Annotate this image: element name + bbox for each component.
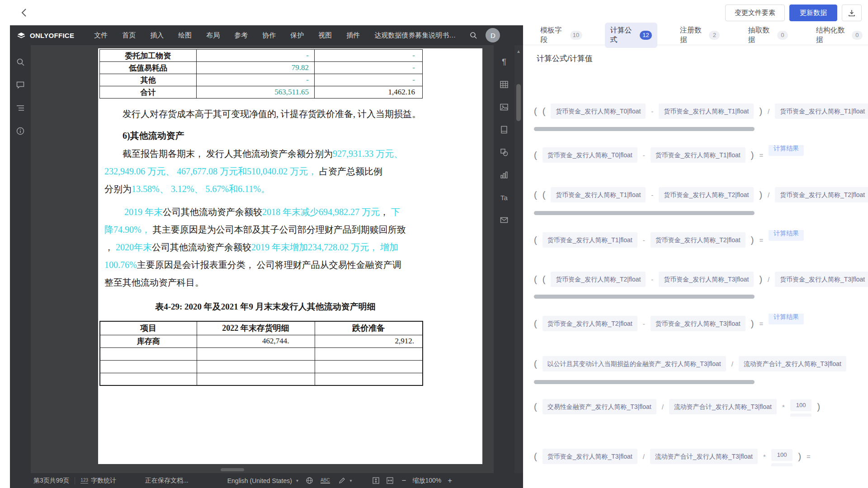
brand: ONLYOFFICE <box>16 30 74 40</box>
comments-icon[interactable] <box>15 80 25 90</box>
menu-item[interactable]: 文件 <box>87 25 115 45</box>
field-chip[interactable]: 货币资金_发行人简称_T1|float <box>775 103 868 119</box>
field-chip[interactable]: 货币资金_发行人简称_T2|float <box>542 316 637 331</box>
formula-horizontal-scrollbar[interactable] <box>534 127 755 131</box>
field-chip[interactable]: 货币资金_发行人简称_T3|float <box>659 272 754 287</box>
field-chip[interactable]: 货币资金_发行人简称_T2|float <box>551 272 646 287</box>
paren-token: ( <box>534 150 537 160</box>
find-icon[interactable] <box>15 57 25 67</box>
fit-page-button[interactable] <box>372 477 380 484</box>
heading-other-current-assets: 6)其他流动资产 <box>104 127 431 145</box>
value-chip[interactable]: 100 <box>790 399 812 411</box>
word-count-icon: 123 <box>80 478 88 483</box>
menu-item[interactable]: 参考 <box>227 25 255 45</box>
textart-settings-icon[interactable]: Ta <box>499 192 509 202</box>
value-chip[interactable]: 100 <box>771 449 793 461</box>
field-chip[interactable]: 流动资产合计_发行人简称_T3|float <box>669 399 777 414</box>
header-footer-settings-icon[interactable] <box>499 125 509 135</box>
shape-settings-icon[interactable] <box>499 147 509 157</box>
update-data-button[interactable]: 更新数据 <box>789 5 837 21</box>
mail-merge-icon[interactable] <box>499 215 509 225</box>
document-page[interactable]: 委托加工物资--低值易耗品79.82-其他--合计563,511.651,462… <box>98 48 482 464</box>
menu-item[interactable]: 协作 <box>255 25 283 45</box>
user-avatar[interactable]: D <box>486 28 500 42</box>
field-chip[interactable]: 货币资金_发行人简称_T1|float <box>659 103 754 119</box>
formula-row: (货币资金_发行人简称_T3|float/流动资产合计_发行人简称_T3|flo… <box>534 446 868 466</box>
field-chip[interactable]: 货币资金_发行人简称_T2|float <box>775 187 868 202</box>
tab-模板字段[interactable]: 模板字段10 <box>535 23 588 48</box>
field-chip[interactable]: 以公计且其变动计入当期损益的金融资产_发行人简称_T3|float <box>542 356 726 371</box>
chart-settings-icon[interactable] <box>499 170 509 180</box>
table-settings-icon[interactable] <box>499 80 509 89</box>
paren-token: ) <box>759 106 762 117</box>
field-chip[interactable]: 货币资金_发行人简称_T0|float <box>542 147 637 163</box>
language-selector[interactable]: English (United States)▾ <box>227 477 298 484</box>
text-line: ， 2020年末公司其他流动资产余额较2019 年末增加234,728.02 万… <box>104 239 431 256</box>
operator-token: / <box>768 108 769 115</box>
vertical-scrollbar[interactable]: ▲ <box>514 45 523 473</box>
field-chip[interactable]: 货币资金_发行人简称_T3|float <box>775 272 868 287</box>
field-chip[interactable]: 货币资金_发行人简称_T2|float <box>651 232 745 248</box>
tab-结构化数据[interactable]: 结构化数据0 <box>811 23 868 48</box>
result-chip[interactable]: 计算结果 <box>769 230 804 241</box>
field-chip[interactable]: 交易性金融资产_发行人简称_T3|float <box>542 399 656 414</box>
menu-item[interactable]: 绘图 <box>171 25 199 45</box>
result-chip[interactable]: 计算结果 <box>769 314 804 324</box>
menu-item[interactable]: 插入 <box>143 25 171 45</box>
menu-item[interactable]: 视图 <box>311 25 339 45</box>
top-actions: 变更文件要素 更新数据 <box>725 5 862 21</box>
zoom-in-button[interactable]: + <box>448 476 452 485</box>
formula-horizontal-scrollbar[interactable] <box>534 295 755 299</box>
text-segment: 分别为 <box>104 184 132 194</box>
tab-count-badge: 12 <box>640 31 652 40</box>
zoom-level-indicator[interactable]: 缩放100% <box>412 477 441 485</box>
field-chip[interactable]: 货币资金_发行人简称_T1|float <box>551 187 646 202</box>
result-chip[interactable]: 计算结果 <box>769 145 804 156</box>
search-button[interactable] <box>469 31 477 39</box>
field-chip[interactable]: 货币资金_发行人简称_T2|float <box>659 187 754 202</box>
tab-注册数据[interactable]: 注册数据2 <box>675 23 725 48</box>
menu-item[interactable]: 插件 <box>339 25 367 45</box>
horizontal-scrollbar[interactable] <box>221 468 244 471</box>
formula-panel: 模板字段10计算公式12注册数据2抽取数据0结构化数据0 计算公式/计算值 ((… <box>523 25 868 488</box>
document-canvas: 委托加工物资--低值易耗品79.82-其他--合计563,511.651,462… <box>31 45 494 473</box>
field-chip[interactable]: 货币资金_发行人简称_T0|float <box>551 103 646 119</box>
about-info-icon[interactable] <box>15 126 25 136</box>
vertical-scrollbar-thumb[interactable] <box>516 84 521 121</box>
formula-horizontal-scrollbar[interactable] <box>534 211 755 215</box>
field-chip[interactable]: 货币资金_发行人简称_T3|float <box>651 316 745 331</box>
value-chip[interactable]: 100 <box>790 413 812 417</box>
tab-抽取数据[interactable]: 抽取数据0 <box>742 23 793 48</box>
paren-token: ( <box>542 106 546 117</box>
paragraph-settings-icon[interactable]: ¶ <box>499 57 509 67</box>
word-count[interactable]: 123 字数统计 <box>80 477 116 485</box>
menu-item[interactable]: 布局 <box>199 25 227 45</box>
field-chip[interactable]: 货币资金_发行人简称_T1|float <box>651 147 745 163</box>
image-settings-icon[interactable] <box>499 102 509 112</box>
operator-token: - <box>651 191 653 199</box>
field-chip[interactable]: 货币资金_发行人简称_T1|float <box>542 232 637 248</box>
change-document-elements-button[interactable]: 变更文件要素 <box>725 5 785 21</box>
download-button[interactable] <box>842 5 862 21</box>
value-chip[interactable]: 100 <box>771 463 793 467</box>
menu-item[interactable]: 首页 <box>115 25 143 45</box>
navigation-headings-icon[interactable] <box>15 103 25 113</box>
spellcheck-button[interactable]: ABC <box>321 478 330 483</box>
fit-width-button[interactable] <box>386 477 394 484</box>
field-chip[interactable]: 货币资金_发行人简称_T3|float <box>542 449 637 464</box>
field-chip[interactable]: 流动资产合计_发行人简称_T3|float <box>650 449 758 464</box>
menu-item[interactable]: 保护 <box>283 25 311 45</box>
back-button[interactable] <box>18 6 31 19</box>
field-chip[interactable]: 流动资产合计_发行人简称_T3|float <box>739 356 846 371</box>
document-language-button[interactable] <box>306 477 313 484</box>
page-number-indicator[interactable]: 第3页共99页 <box>33 477 69 485</box>
operator-token: / <box>768 191 769 199</box>
tab-计算公式[interactable]: 计算公式12 <box>605 23 658 48</box>
scroll-up-icon[interactable]: ▲ <box>516 49 521 54</box>
table-cell: - <box>197 74 315 86</box>
other-current-assets-table: 项目2022 年末存货明细跌价准备库存商462,744.2,912. <box>99 321 423 386</box>
menu-item[interactable]: 达观数据债券募集说明书… <box>367 25 463 45</box>
formula-horizontal-scrollbar[interactable] <box>534 380 755 384</box>
track-changes-button[interactable]: ▾ <box>338 477 352 484</box>
zoom-out-button[interactable]: − <box>402 476 406 485</box>
